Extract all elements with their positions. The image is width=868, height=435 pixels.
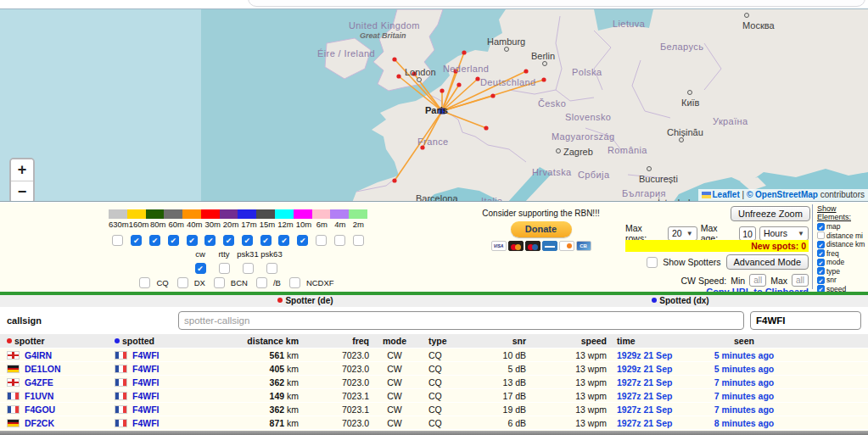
type-checkbox-BCN[interactable] [214, 277, 225, 288]
band-checkbox-80m[interactable] [149, 235, 160, 246]
browser-tab-outline [248, 0, 865, 7]
band-checkbox-15m[interactable] [260, 235, 272, 246]
band-checkbox-12m[interactable] [278, 235, 289, 246]
spotter-callsign-link[interactable]: G4IRN [25, 350, 52, 360]
spotter-dot[interactable] [453, 69, 457, 73]
type-label-NCDXF: NCDXF [306, 278, 334, 287]
donate-button[interactable]: Donate [511, 221, 572, 237]
zoom-in-button[interactable]: + [11, 159, 33, 181]
max-age-input[interactable]: 10 [739, 226, 756, 241]
band-checkbox-160m[interactable] [131, 235, 142, 246]
spotted-callsign-input[interactable] [750, 311, 861, 330]
col-seen[interactable]: seen [710, 336, 778, 346]
band-color-30m [201, 209, 220, 219]
show-element-checkbox-freq[interactable] [817, 249, 825, 257]
spotter-callsign-link[interactable]: DE1LON [25, 364, 61, 374]
band-checkbox-2m[interactable] [353, 235, 364, 246]
spots-table: spotter spotted distance km freq mode ty… [0, 334, 868, 435]
cell-type: CQ [420, 377, 462, 388]
spotter-dot[interactable] [396, 74, 400, 78]
col-distance[interactable]: distance km [208, 336, 299, 346]
show-element-checkbox-distance-mi[interactable] [817, 231, 825, 239]
band-checkbox-30m[interactable] [204, 235, 216, 246]
type-checkbox-NCDXF[interactable] [289, 277, 300, 288]
zoom-out-button[interactable]: − [11, 181, 33, 202]
mode-checkbox-psk63[interactable] [266, 263, 277, 274]
show-spotters-checkbox[interactable] [647, 257, 658, 268]
spotter-dot[interactable] [392, 57, 396, 61]
col-spotted[interactable]: spotted [115, 336, 208, 346]
col-speed[interactable]: speed [526, 336, 607, 346]
band-checkbox-17m[interactable] [242, 235, 253, 246]
leaflet-map[interactable]: United KingdomGreat BritainÉire / Irelan… [0, 8, 868, 202]
spotted-callsign-link[interactable]: F4WFI [132, 377, 160, 388]
cw-speed-max-input[interactable]: all [792, 274, 809, 287]
col-spotter[interactable]: spotter [7, 336, 115, 346]
show-element-checkbox-distance-km[interactable] [817, 241, 825, 248]
show-element-checkbox-type[interactable] [817, 267, 825, 275]
unfreeze-zoom-button[interactable]: Unfreeze Zoom [731, 206, 810, 221]
spotted-callsign-link[interactable]: F4WFI [132, 404, 160, 415]
spotted-callsign-link[interactable]: F4WFI [132, 391, 160, 401]
band-checkbox-40m[interactable] [187, 235, 198, 246]
mode-label-psk63: psk63 [260, 249, 283, 259]
spotter-dot[interactable] [462, 50, 466, 54]
france-flag-icon [115, 351, 127, 360]
type-checkbox-B[interactable] [256, 277, 267, 288]
spotter-dot[interactable] [484, 125, 488, 130]
max-age-unit-select[interactable]: Hours▼ [759, 226, 809, 241]
type-checkbox-DX[interactable] [177, 277, 188, 288]
show-element-checkbox-snr[interactable] [817, 276, 825, 284]
cell-spotted: F4WFI [115, 391, 208, 401]
table-row: F1UVNF4WFI149 km7023.1CWCQ17 dB13 wpm192… [0, 389, 868, 403]
spotter-dot[interactable] [440, 88, 444, 92]
cell-distance: 149 km [208, 391, 299, 401]
spotter-dot[interactable] [420, 145, 424, 149]
spotter-callsign-link[interactable]: G4ZFE [25, 377, 53, 388]
spotter-dot[interactable] [412, 71, 416, 75]
col-type[interactable]: type [420, 336, 462, 346]
band-checkbox-630m[interactable] [112, 235, 123, 246]
band-checkbox-6m[interactable] [316, 235, 327, 246]
band-checkbox-4m[interactable] [334, 235, 345, 246]
type-checkbox-CQ[interactable] [139, 277, 150, 288]
show-element-checkbox-mode[interactable] [817, 259, 825, 266]
mode-checkbox-psk31[interactable] [243, 263, 254, 274]
band-checkbox-20m[interactable] [223, 235, 234, 246]
cell-mode: CW [369, 404, 420, 415]
cell-type: CQ [420, 364, 462, 374]
col-freq[interactable]: freq [299, 336, 369, 346]
leaflet-link[interactable]: Leaflet [713, 190, 740, 199]
spotter-callsign-input[interactable] [178, 311, 744, 330]
mode-label-psk31: psk31 [236, 249, 260, 259]
spotted-callsign-link[interactable]: F4WFI [132, 350, 160, 360]
ireland [325, 38, 371, 79]
spotter-dot[interactable] [392, 178, 396, 182]
spotted-callsign-link[interactable]: F4WFI [132, 364, 160, 374]
spotter-dot[interactable] [541, 77, 546, 81]
spotted-callsign-link[interactable]: F4WFI [132, 418, 160, 428]
spotter-dot[interactable] [475, 76, 479, 81]
cw-speed-min-input[interactable]: all [749, 274, 766, 287]
openstreetmap-link[interactable]: © OpenStreetMap [747, 190, 818, 199]
band-checkbox-10m[interactable] [297, 235, 308, 246]
mode-checkbox-rtty[interactable] [219, 263, 230, 274]
visa-card-icon [491, 241, 507, 251]
spotter-callsign-link[interactable]: F1UVN [25, 391, 53, 401]
show-element-checkbox-map[interactable] [817, 223, 825, 231]
spotter-callsign-link[interactable]: DF2CK [25, 418, 54, 428]
spotter-dot[interactable] [456, 82, 461, 86]
col-time[interactable]: time [617, 336, 710, 346]
bottom-window-edge [0, 431, 868, 435]
col-mode[interactable]: mode [369, 336, 420, 346]
show-spotters-row: Show Spotters Advanced Mode [625, 254, 809, 270]
band-checkbox-60m[interactable] [168, 235, 179, 246]
mode-checkbox-cw[interactable] [195, 263, 206, 274]
advanced-mode-button[interactable]: Advanced Mode [726, 254, 809, 270]
cell-time: 1927z 21 Sep [617, 377, 710, 388]
max-rows-select[interactable]: 20▼ [668, 226, 697, 241]
spotter-callsign-link[interactable]: F4GOU [25, 404, 55, 415]
col-snr[interactable]: snr [462, 336, 526, 346]
spotter-dot[interactable] [490, 93, 495, 98]
spotter-dot[interactable] [524, 69, 528, 73]
